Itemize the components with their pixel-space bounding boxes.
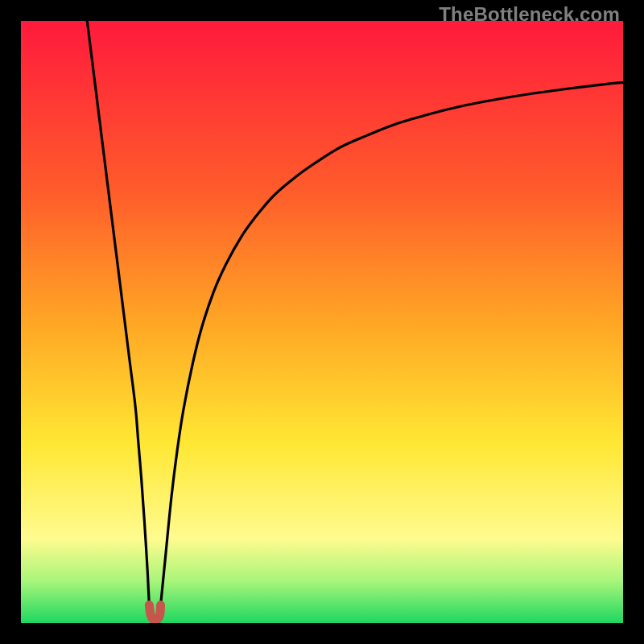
watermark: TheBottleneck.com xyxy=(439,3,620,26)
gradient-bg xyxy=(21,21,623,623)
plot-frame xyxy=(21,21,623,623)
plot-svg xyxy=(21,21,623,623)
